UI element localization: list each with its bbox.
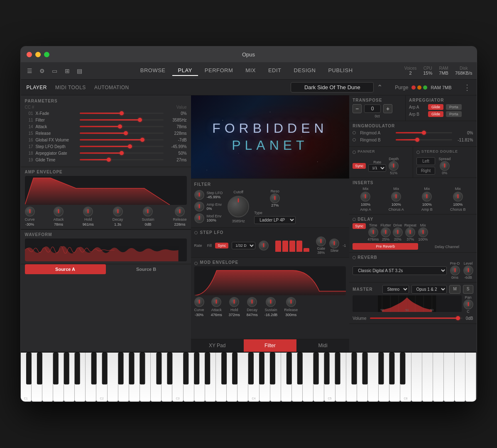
xfade-slider[interactable]	[80, 110, 164, 116]
tab-filter[interactable]: Filter	[244, 339, 296, 352]
mod-release-knob[interactable]	[286, 297, 296, 307]
arp-b-glide-button[interactable]: Glide	[428, 111, 443, 117]
view-icon3[interactable]: ▤	[75, 66, 85, 76]
close-button[interactable]	[27, 52, 32, 57]
glide-slider[interactable]	[80, 157, 164, 163]
maximize-button[interactable]	[44, 52, 49, 57]
step-lfo-section: STEP LFO Rate Fill Sync 1/32 D	[191, 227, 350, 257]
lfo-sync-button[interactable]: Sync	[215, 243, 228, 248]
svg-rect-32	[286, 353, 291, 385]
panner-sync-button[interactable]: Sync	[353, 163, 366, 169]
attack-slider[interactable]	[80, 124, 164, 129]
left-button[interactable]: Left	[416, 157, 435, 165]
reverb-pre-d-knob[interactable]	[450, 265, 460, 275]
preset-nav-icon[interactable]: ⌃	[377, 83, 382, 91]
menu-browse[interactable]: BROWSE	[135, 66, 171, 76]
master-m-button[interactable]: M	[449, 285, 460, 294]
cutoff-knob[interactable]	[228, 196, 249, 217]
master-pan-knob[interactable]	[463, 299, 473, 309]
ring-b-slider[interactable]	[396, 137, 452, 143]
reverb-preset-select[interactable]: Classic Digital A ST 3.2s	[353, 266, 446, 275]
source-a-button[interactable]: Source A	[25, 264, 106, 274]
slew-knob[interactable]	[329, 239, 339, 248]
gfxvol-slider[interactable]	[80, 137, 164, 143]
menu-edit[interactable]: EDIT	[262, 66, 287, 76]
arp-a-glide-button[interactable]: Glide	[428, 104, 443, 110]
transpose-plus-button[interactable]: +	[383, 104, 392, 113]
arp-b-porta-button[interactable]: Porta	[446, 111, 462, 117]
gate-knob[interactable]	[316, 236, 326, 246]
menu-mix[interactable]: MIX	[240, 66, 262, 76]
reso-knob[interactable]	[270, 193, 280, 203]
tab-xy-pad[interactable]: XY Pad	[191, 339, 244, 352]
delay-time-knob[interactable]	[368, 227, 378, 237]
panner-rate-select[interactable]: 1/1	[368, 164, 386, 172]
spread-knob[interactable]	[440, 161, 450, 171]
filter-type-select[interactable]: Ladder LP 4P	[254, 216, 296, 224]
key-c4-label: C4	[252, 397, 256, 400]
pre-reverb-button[interactable]: Pre Reverb	[353, 243, 418, 250]
curve-knob[interactable]	[25, 207, 35, 217]
sustain-knob[interactable]	[143, 207, 153, 217]
view-icon1[interactable]: ▭	[50, 66, 60, 76]
tab-midi[interactable]: Midi	[296, 339, 349, 352]
purge-button[interactable]: Purge	[395, 85, 408, 90]
minimize-button[interactable]	[35, 52, 41, 57]
submenu-player[interactable]: PLAYER	[27, 85, 47, 90]
release-slider[interactable]	[80, 130, 164, 136]
submenu-midi-tools[interactable]: MIDI TOOLS	[55, 85, 86, 90]
amp-envelope-display	[25, 176, 187, 205]
ring-a-slider[interactable]	[396, 130, 452, 136]
settings-icon[interactable]: ⚙	[37, 66, 47, 76]
step-lfo-knob[interactable]	[194, 190, 204, 200]
preset-name[interactable]: Dark Side Of The Dune	[291, 82, 374, 93]
filter-freq: 3585Hz	[232, 219, 245, 223]
lfo-rate-knob[interactable]	[259, 241, 269, 251]
menu-design[interactable]: DESIGN	[288, 66, 322, 76]
source-b-button[interactable]: Source B	[106, 264, 187, 274]
panner-depth-knob[interactable]	[389, 161, 399, 171]
mod-curve-knob[interactable]	[194, 297, 204, 307]
mod-attack-knob[interactable]	[211, 297, 221, 307]
decay-knob[interactable]	[113, 207, 123, 217]
attack-knob[interactable]	[54, 207, 64, 217]
hold-knob[interactable]	[83, 207, 93, 217]
delay-drive-group: Drive 20%	[393, 223, 403, 241]
master-mode-select[interactable]: Stereo	[382, 285, 409, 294]
delay-mix-knob[interactable]	[418, 227, 428, 237]
mod-env-knob[interactable]	[194, 213, 204, 223]
master-s-button[interactable]: S	[463, 285, 473, 294]
volume-slider[interactable]	[370, 315, 463, 321]
master-output-select[interactable]: Opus 1 & 2	[411, 285, 447, 294]
menu-publish[interactable]: PUBLISH	[322, 66, 358, 76]
menu-play[interactable]: PLAY	[172, 66, 198, 76]
mod-decay-knob[interactable]	[247, 297, 257, 307]
amp-env-knob[interactable]	[194, 202, 204, 212]
menu-perform[interactable]: PERFORM	[199, 66, 239, 76]
arp-gate-slider[interactable]	[80, 150, 164, 156]
menu-stats: Voices 2 CPU 15% RAM 7MB Disk 768KB/s	[404, 66, 473, 75]
delay-drive-knob[interactable]	[393, 227, 403, 237]
filter-slider[interactable]	[80, 117, 164, 123]
mod-hold-knob[interactable]	[229, 297, 239, 307]
hamburger-icon[interactable]: ☰	[25, 66, 35, 76]
mod-sustain-knob[interactable]	[266, 297, 276, 307]
right-button[interactable]: Right	[416, 167, 435, 175]
delay-sync-button[interactable]: Sync	[353, 223, 366, 229]
amp-a-mix-knob[interactable]	[360, 192, 370, 202]
release-knob[interactable]	[175, 207, 185, 217]
chorus-b-mix-knob[interactable]	[453, 192, 463, 202]
delay-repeat-knob[interactable]	[405, 227, 415, 237]
more-options-icon[interactable]: ⋮	[463, 83, 471, 92]
reverb-level-knob[interactable]	[463, 265, 473, 275]
lfo-rate-select[interactable]: 1/32 D	[232, 242, 255, 249]
delay-flutter-knob[interactable]	[381, 227, 391, 237]
amp-b-mix-knob[interactable]	[422, 192, 432, 202]
view-icon2[interactable]: ⊞	[62, 66, 72, 76]
lfo-bar-4	[296, 241, 302, 252]
chorus-a-mix-knob[interactable]	[391, 192, 401, 202]
submenu-automation[interactable]: AUTOMATION	[94, 85, 129, 90]
arp-a-porta-button[interactable]: Porta	[446, 104, 462, 110]
transpose-minus-button[interactable]: −	[353, 104, 362, 113]
lfo-depth-slider[interactable]	[80, 144, 164, 149]
